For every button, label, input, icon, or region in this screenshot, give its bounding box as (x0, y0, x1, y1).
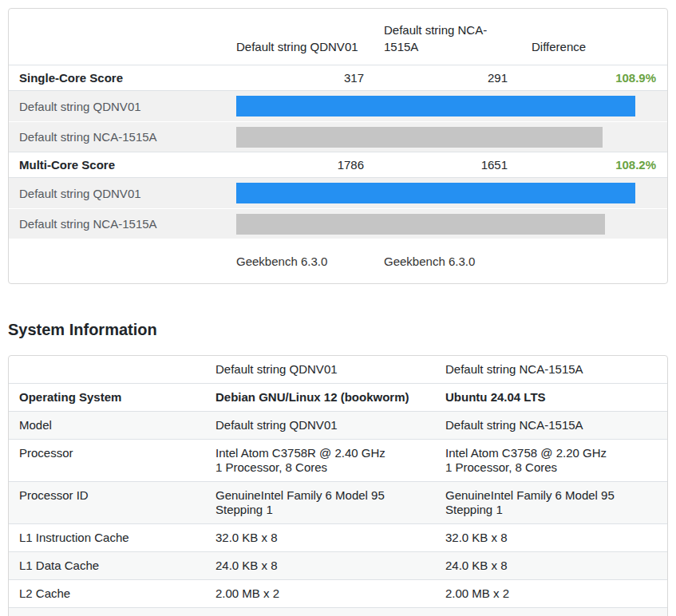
row-value-nca-1515a: Default string NCA-1515A (436, 412, 667, 440)
row-value-nca-1515a: GenuineIntel Family 6 Model 95 Stepping … (436, 482, 667, 524)
bar-track (236, 127, 635, 148)
table-row-l1-instruction-cache: L1 Instruction Cache 32.0 KB x 8 32.0 KB… (9, 524, 667, 552)
sysinfo-column-header-nca-1515a: Default string NCA-1515A (436, 356, 667, 384)
bar-row-nca-1515a: Default string NCA-1515A (9, 208, 667, 239)
bar-row-nca-1515a: Default string NCA-1515A (9, 121, 667, 152)
difference-value: 108.2% (508, 158, 656, 172)
system-information-title: System Information (8, 321, 668, 339)
sysinfo-column-header-qdnv01: Default string QDNV01 (206, 356, 436, 384)
row-value-nca-1515a (436, 608, 667, 616)
benchmark-version-qdnv01: Geekbench 6.3.0 (236, 255, 364, 268)
row-value-qdnv01: 24.0 KB x 8 (206, 552, 436, 580)
row-value-qdnv01: 2.00 MB x 2 (206, 580, 436, 608)
score-comparison-card: Default string QDNV01 Default string NCA… (8, 8, 668, 284)
score-bar-gray (236, 214, 605, 235)
bar-row-qdnv01: Default string QDNV01 (9, 91, 667, 121)
system-information-card: Default string QDNV01 Default string NCA… (8, 355, 668, 616)
row-value-qdnv01: 32.0 KB x 8 (206, 524, 436, 552)
bar-track (236, 96, 635, 116)
row-value-nca-1515a: 32.0 KB x 8 (436, 524, 667, 552)
table-row-model: Model Default string QDNV01 Default stri… (9, 412, 667, 440)
benchmark-version-row: Geekbench 6.3.0 Geekbench 6.3.0 (9, 239, 667, 283)
bar-row-qdnv01: Default string QDNV01 (9, 178, 667, 208)
score-bar-blue (236, 96, 635, 116)
table-row-operating-system: Operating System Debian GNU/Linux 12 (bo… (9, 384, 667, 412)
bar-label: Default string NCA-1515A (19, 130, 236, 144)
row-label: Model (9, 412, 206, 440)
column-header-difference: Difference (508, 38, 656, 55)
row-label: L1 Data Cache (9, 552, 206, 580)
table-row-l1-data-cache: L1 Data Cache 24.0 KB x 8 24.0 KB x 8 (9, 552, 667, 580)
row-label: Operating System (9, 384, 206, 412)
row-value-qdnv01: GenuineIntel Family 6 Model 95 Stepping … (206, 482, 436, 524)
row-label: L1 Instruction Cache (9, 524, 206, 552)
score-bar-blue (236, 183, 635, 203)
row-value-nca-1515a: Ubuntu 24.04 LTS (436, 384, 667, 412)
column-header-nca-1515a: Default string NCA-1515A (364, 22, 508, 55)
comparison-header-row: Default string QDNV01 Default string NCA… (9, 9, 667, 65)
score-bar-gray (236, 127, 603, 148)
table-row-l3-cache: L3 Cache (9, 608, 667, 616)
row-label: L2 Cache (9, 580, 206, 608)
multi-core-score-row: Multi-Core Score 1786 1651 108.2% (9, 152, 667, 178)
bar-label: Default string QDNV01 (19, 187, 236, 200)
single-core-score-row: Single-Core Score 317 291 108.9% (9, 65, 667, 91)
table-row-processor-id: Processor ID GenuineIntel Family 6 Model… (9, 482, 667, 524)
score-section-label: Multi-Core Score (19, 158, 236, 172)
sysinfo-header-spacer (9, 356, 206, 384)
score-section-label: Single-Core Score (19, 71, 236, 85)
row-value-nca-1515a: 2.00 MB x 2 (436, 580, 667, 608)
row-value-nca-1515a: Intel Atom C3758 @ 2.20 GHz 1 Processor,… (436, 440, 667, 482)
row-value-qdnv01: Debian GNU/Linux 12 (bookworm) (206, 384, 436, 412)
bar-label: Default string QDNV01 (19, 100, 236, 113)
table-row-l2-cache: L2 Cache 2.00 MB x 2 2.00 MB x 2 (9, 580, 667, 608)
bar-track (236, 183, 635, 203)
score-value-qdnv01: 317 (236, 71, 364, 85)
bar-label: Default string NCA-1515A (19, 217, 236, 231)
sysinfo-header-row: Default string QDNV01 Default string NCA… (9, 356, 667, 384)
row-value-nca-1515a: 24.0 KB x 8 (436, 552, 667, 580)
row-label: Processor (9, 440, 206, 482)
row-value-qdnv01: Default string QDNV01 (206, 412, 436, 440)
table-row-processor: Processor Intel Atom C3758R @ 2.40 GHz 1… (9, 440, 667, 482)
row-value-qdnv01 (206, 608, 436, 616)
column-header-qdnv01: Default string QDNV01 (236, 38, 364, 55)
score-value-nca-1515a: 1651 (364, 158, 508, 172)
row-label: Processor ID (9, 482, 206, 524)
row-value-qdnv01: Intel Atom C3758R @ 2.40 GHz 1 Processor… (206, 440, 436, 482)
score-value-nca-1515a: 291 (364, 71, 508, 85)
benchmark-version-nca-1515a: Geekbench 6.3.0 (364, 255, 508, 268)
system-information-table: Default string QDNV01 Default string NCA… (9, 356, 667, 616)
row-label: L3 Cache (9, 608, 206, 616)
bar-track (236, 214, 635, 235)
difference-value: 108.9% (508, 71, 656, 85)
score-value-qdnv01: 1786 (236, 158, 364, 172)
geekbench-comparison-page: Default string QDNV01 Default string NCA… (0, 0, 676, 616)
